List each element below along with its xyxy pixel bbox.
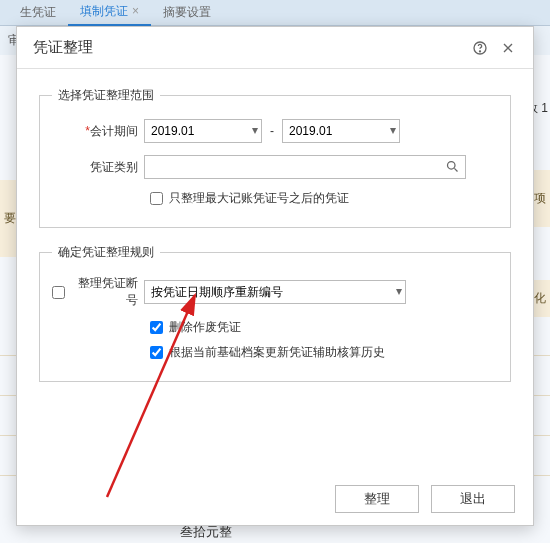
scope-fieldset: 选择凭证整理范围 *会计期间 ▾ - ▾ 凭证类别 [39, 87, 511, 228]
dialog-title: 凭证整理 [33, 38, 463, 57]
bg-tab[interactable]: 摘要设置 [151, 0, 223, 25]
cancel-button[interactable]: 退出 [431, 485, 515, 513]
bg-tab-active[interactable]: 填制凭证× [68, 0, 151, 26]
category-row: 凭证类别 [52, 154, 498, 180]
category-label: 凭证类别 [52, 159, 144, 176]
delete-void-checkbox[interactable] [150, 321, 163, 334]
scope-legend: 选择凭证整理范围 [52, 87, 160, 104]
range-dash: - [270, 124, 274, 138]
rules-legend: 确定凭证整理规则 [52, 244, 160, 261]
renumber-row: 整理凭证断号 ▾ [52, 275, 498, 309]
period-row: *会计期间 ▾ - ▾ [52, 118, 498, 144]
close-icon[interactable] [497, 37, 519, 59]
renumber-label-wrap: 整理凭证断号 [52, 275, 144, 309]
period-label: *会计期间 [52, 123, 144, 140]
ok-button[interactable]: 整理 [335, 485, 419, 513]
bg-tabbar: 生凭证 填制凭证× 摘要设置 [0, 0, 550, 26]
renumber-checkbox[interactable] [52, 286, 65, 299]
renumber-order-select[interactable] [144, 280, 406, 304]
close-icon[interactable]: × [132, 4, 139, 18]
period-to-select[interactable] [282, 119, 400, 143]
only-after-max-checkbox[interactable] [150, 192, 163, 205]
dialog-header: 凭证整理 [17, 27, 533, 69]
only-after-max-row: 只整理最大记账凭证号之后的凭证 [52, 190, 498, 207]
svg-point-2 [448, 162, 456, 170]
update-history-checkbox[interactable] [150, 346, 163, 359]
delete-void-label: 删除作废凭证 [169, 319, 241, 336]
dialog-footer: 整理 退出 [335, 485, 515, 513]
period-from-select[interactable] [144, 119, 262, 143]
update-history-row: 根据当前基础档案更新凭证辅助核算历史 [52, 344, 498, 361]
rules-fieldset: 确定凭证整理规则 整理凭证断号 ▾ 删除作废凭证 根据当前基础档案更新凭证辅助核… [39, 244, 511, 382]
dialog-body: 选择凭证整理范围 *会计期间 ▾ - ▾ 凭证类别 [17, 69, 533, 408]
search-icon[interactable] [445, 159, 460, 177]
voucher-cleanup-dialog: 凭证整理 选择凭证整理范围 *会计期间 ▾ - ▾ [16, 26, 534, 526]
bg-tab[interactable]: 生凭证 [8, 0, 68, 25]
svg-point-1 [479, 50, 480, 51]
help-icon[interactable] [469, 37, 491, 59]
delete-void-row: 删除作废凭证 [52, 319, 498, 336]
update-history-label: 根据当前基础档案更新凭证辅助核算历史 [169, 344, 385, 361]
renumber-label: 整理凭证断号 [75, 275, 138, 309]
only-after-max-label: 只整理最大记账凭证号之后的凭证 [169, 190, 349, 207]
category-input[interactable] [144, 155, 466, 179]
